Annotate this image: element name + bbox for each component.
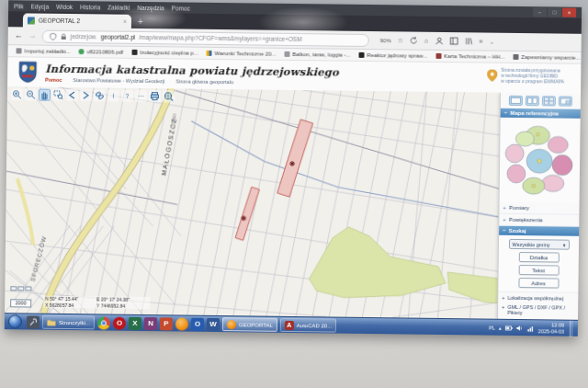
firefox-icon[interactable] bbox=[175, 317, 188, 330]
battery-icon[interactable] bbox=[505, 324, 513, 331]
url-domain: geoportal2.pl bbox=[101, 33, 136, 40]
maximize-button[interactable]: □ bbox=[548, 7, 561, 17]
link-strona-glowna[interactable]: Strona główna geoportalu bbox=[175, 78, 233, 85]
back-icon[interactable]: ← bbox=[15, 31, 23, 40]
reload-icon[interactable] bbox=[410, 37, 418, 45]
layout-grid-icon[interactable] bbox=[542, 96, 556, 106]
help-tool[interactable]: ? bbox=[121, 90, 133, 102]
pan-hand-tool[interactable] bbox=[39, 89, 51, 101]
search-map-tool[interactable] bbox=[163, 90, 175, 102]
next-view-tool[interactable] bbox=[80, 89, 92, 101]
scale-stepper[interactable] bbox=[10, 286, 31, 291]
network-icon[interactable] bbox=[527, 325, 535, 332]
map-area[interactable]: MAŁOGOSZCZ 725690 SFORECZÓW i ? ··· bbox=[5, 86, 581, 320]
opera-icon[interactable]: O bbox=[113, 316, 126, 329]
autocad-window-button[interactable]: A AutoCAD 20... bbox=[280, 318, 337, 333]
show-desktop-button[interactable] bbox=[570, 320, 573, 337]
geoportal-window-button[interactable]: GEOPORTAL bbox=[222, 317, 277, 332]
adres-button[interactable]: Adres bbox=[518, 278, 559, 289]
county-overview-map[interactable] bbox=[500, 118, 581, 203]
chrome-icon[interactable] bbox=[97, 316, 110, 329]
bookmark-icon bbox=[207, 51, 212, 56]
bookmark-item[interactable]: Zapewniamy wsparcie... bbox=[513, 54, 580, 61]
previous-view-tool[interactable] bbox=[66, 89, 78, 101]
tab-geoportal[interactable]: GEOPORTAL 2 × bbox=[23, 13, 131, 28]
volume-icon[interactable] bbox=[516, 324, 524, 331]
link-starostwo[interactable]: Starostwo Powiatowe - Wydział Geodezji bbox=[73, 77, 164, 84]
tab-close-icon[interactable]: × bbox=[123, 18, 127, 25]
zoom-window-tool[interactable] bbox=[52, 89, 64, 101]
forward-icon[interactable]: → bbox=[28, 31, 37, 40]
scale-input[interactable] bbox=[10, 299, 31, 307]
layout-split-icon[interactable] bbox=[526, 96, 539, 106]
menu-plik[interactable]: Plik bbox=[14, 3, 24, 9]
excel-icon[interactable]: X bbox=[129, 316, 141, 329]
link-pomoc[interactable]: Pomoc bbox=[45, 77, 62, 83]
gmina-select[interactable]: Wszystkie gminy ▾ bbox=[508, 239, 569, 250]
outlook-icon[interactable]: O bbox=[191, 317, 204, 330]
library-icon[interactable] bbox=[464, 37, 472, 45]
tray-language[interactable]: PL bbox=[489, 325, 495, 330]
zoom-in-tool[interactable] bbox=[11, 88, 23, 100]
clock-date: 2025-04-03 bbox=[538, 328, 564, 335]
account-icon[interactable] bbox=[435, 37, 443, 45]
bookmark-item[interactable]: Izolacyjność cieplna p... bbox=[131, 50, 198, 56]
minimize-button[interactable]: – bbox=[533, 7, 547, 17]
powerpoint-icon[interactable]: P bbox=[160, 317, 173, 330]
select-arrow-icon: ▾ bbox=[563, 242, 566, 247]
scale-widget bbox=[10, 286, 31, 308]
word-icon[interactable]: W bbox=[207, 317, 220, 330]
geobid-credit: Strona została przygotowana w technologi… bbox=[487, 67, 575, 85]
pinned-app-icon[interactable] bbox=[27, 315, 40, 328]
clock[interactable]: 12:09 2025-04-03 bbox=[538, 322, 564, 334]
site-links: Pomoc Starostwo Powiatowe - Wydział Geod… bbox=[45, 77, 339, 86]
cadastral-map[interactable]: MAŁOGOSZCZ 725690 SFORECZÓW bbox=[5, 86, 581, 320]
menu-widok[interactable]: Widok bbox=[56, 3, 73, 9]
bookmark-icon bbox=[358, 52, 364, 58]
section-pomiary[interactable]: + Pomiary bbox=[499, 202, 579, 215]
bookmark-item[interactable]: Reaktor jądrowy spraw... bbox=[358, 52, 427, 59]
start-button[interactable] bbox=[8, 314, 22, 328]
zoom-level[interactable]: 90% bbox=[380, 38, 391, 43]
menu-historia[interactable]: Historia bbox=[80, 4, 100, 10]
layout-single-icon[interactable] bbox=[509, 96, 523, 106]
menu-narzedzia[interactable]: Narzędzia bbox=[137, 4, 164, 10]
close-button[interactable]: × bbox=[562, 8, 576, 17]
bookmark-item[interactable]: Importuj zakładki... bbox=[17, 48, 71, 54]
measure-tool[interactable]: ··· bbox=[135, 90, 147, 102]
bookmark-item[interactable]: Balkon, taras, loggia -... bbox=[284, 51, 350, 58]
section-powiekszenia[interactable]: + Powiększenia bbox=[499, 214, 579, 227]
menu-icon[interactable]: ≡ bbox=[479, 38, 482, 44]
bookmark-icon bbox=[131, 50, 137, 55]
print-tool[interactable] bbox=[149, 90, 161, 102]
layout-overview-icon[interactable] bbox=[559, 97, 572, 107]
onenote-icon[interactable]: N bbox=[144, 317, 157, 330]
coord-x: X 5628057.84 bbox=[45, 302, 96, 308]
folder-window-button[interactable]: Stronczyłki... bbox=[42, 315, 95, 330]
info-tool[interactable]: i bbox=[107, 90, 119, 102]
menu-edycja[interactable]: Edycja bbox=[31, 3, 50, 9]
tray-expand-icon[interactable]: ▴ bbox=[499, 325, 502, 330]
menu-zakladki[interactable]: Zakładki bbox=[107, 4, 130, 10]
link-tool[interactable] bbox=[94, 89, 106, 101]
home-icon[interactable]: ⌂ bbox=[424, 38, 428, 44]
url-path: /map/www/mapa.php?CFGF=wms&mylayers=+gra… bbox=[139, 34, 301, 42]
address-bar[interactable]: jedrzejow.geoportal2.pl/map/www/mapa.php… bbox=[42, 29, 369, 46]
new-tab-button[interactable]: + bbox=[138, 17, 143, 27]
chevron-down-icon[interactable]: ⌄ bbox=[489, 38, 494, 45]
tekst-button[interactable]: Tekst bbox=[518, 265, 559, 276]
bookmark-item[interactable]: Warunki Techniczne 20... bbox=[207, 51, 277, 57]
dzialka-button[interactable]: Działka bbox=[518, 252, 559, 263]
bookmark-item[interactable]: v82210806.pdf bbox=[79, 49, 124, 55]
menu-pomoc[interactable]: Pomoc bbox=[172, 5, 190, 11]
window-controls: – □ × bbox=[533, 7, 576, 17]
tab-favicon-icon bbox=[28, 17, 35, 24]
panel-window-icons bbox=[501, 93, 581, 109]
bookmark-star-icon[interactable]: ☆ bbox=[398, 37, 403, 44]
tab-title: GEOPORTAL 2 bbox=[39, 17, 119, 25]
sidebar-icon[interactable] bbox=[449, 37, 458, 45]
map-toolbar: i ? ··· bbox=[11, 88, 175, 102]
zoom-out-tool[interactable] bbox=[25, 88, 37, 100]
bookmark-item[interactable]: Karta Techniczna – HH... bbox=[435, 53, 504, 60]
link-gml-gps[interactable]: + GML / GPS / DXF / GPX / Pikiety bbox=[498, 302, 578, 317]
